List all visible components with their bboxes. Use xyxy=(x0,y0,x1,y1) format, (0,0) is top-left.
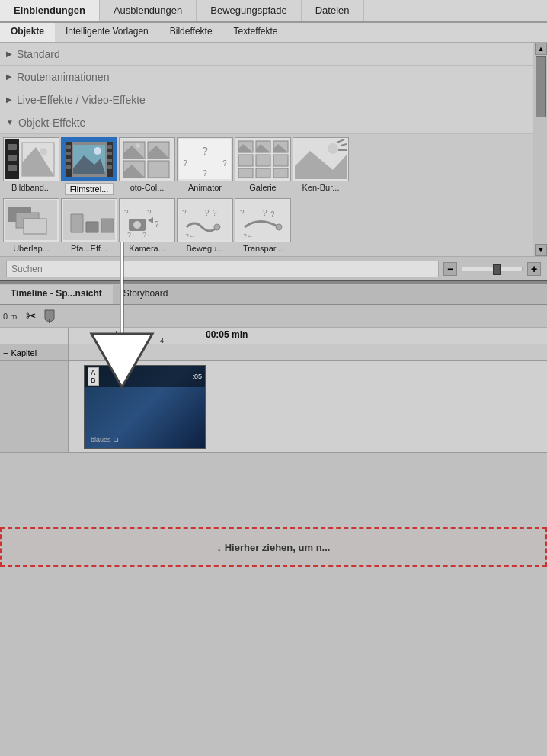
effect-transpar-label: Transpar... xyxy=(243,244,283,253)
tab-timeline-spansicht[interactable]: Timeline - Sp...nsicht xyxy=(0,285,113,304)
svg-rect-46 xyxy=(238,168,253,178)
drop-zone-label: ↓ Hierher ziehen, um n... xyxy=(217,542,331,553)
effect-overlap[interactable]: Überlap... xyxy=(3,198,59,253)
effect-pfad-label: Pfa...Eff... xyxy=(71,244,107,253)
zoom-plus-button[interactable]: + xyxy=(527,262,541,276)
category-objekt-effekte-label: Objekt-Effekte xyxy=(18,117,85,129)
tab-bildeffekte[interactable]: Bildeffekte xyxy=(159,23,223,42)
overlap-svg xyxy=(5,200,57,240)
svg-point-75 xyxy=(214,224,220,230)
svg-point-81 xyxy=(276,224,282,230)
effect-transpar-thumb: ? ? ? ?← xyxy=(235,198,291,242)
svg-rect-11 xyxy=(66,145,71,149)
tab-bewegungspfade[interactable]: Bewegungspfade xyxy=(197,0,301,21)
svg-text:?: ? xyxy=(213,209,217,217)
svg-text:?: ? xyxy=(202,145,208,157)
zoom-slider-thumb[interactable] xyxy=(493,264,501,275)
svg-text:?: ? xyxy=(222,159,227,168)
effect-photocol[interactable]: oto-Col... xyxy=(119,137,175,195)
svg-text:?: ? xyxy=(182,209,187,217)
svg-point-51 xyxy=(328,143,338,154)
effect-galerie[interactable]: Galerie xyxy=(235,137,291,195)
effect-pfad[interactable]: Pfa...Eff... xyxy=(61,198,117,253)
animator-svg: ? ? ? ? xyxy=(179,139,231,179)
time-counter: 0 mi xyxy=(3,312,19,321)
arrow-icon: ▶ xyxy=(6,72,12,81)
effects-panel: ▶ Standard ▶ Routenanimationen ▶ Live-Ef… xyxy=(0,43,547,256)
tab-einblendungen[interactable]: Einblendungen xyxy=(0,0,100,21)
svg-rect-85 xyxy=(49,319,50,323)
svg-text:?: ? xyxy=(124,209,129,217)
svg-text:?←: ?← xyxy=(127,231,138,239)
video-clip[interactable]: AB :05 blaues-Li xyxy=(84,365,206,449)
effect-kamera[interactable]: ? ? ? ?← ?← Kamera... xyxy=(119,198,175,253)
effect-galerie-label: Galerie xyxy=(249,183,276,192)
svg-text:?: ? xyxy=(147,209,152,217)
ruler-tick-4: 4 xyxy=(160,328,164,344)
scroll-down-button[interactable]: ▼ xyxy=(535,244,547,256)
tab-texteffekte[interactable]: Texteffekte xyxy=(223,23,289,42)
effect-bewegu-label: Bewegu... xyxy=(187,244,224,253)
svg-rect-18 xyxy=(107,165,112,169)
svg-rect-30 xyxy=(148,161,169,178)
tab-ausblendungen[interactable]: Ausblendungen xyxy=(100,0,197,21)
scissors-icon[interactable]: ✂ xyxy=(22,307,40,325)
effects-grid-row2: Überlap... Pfa...Eff... xyxy=(0,197,533,256)
filmstreifen-svg xyxy=(66,142,113,177)
scroll-thumb[interactable] xyxy=(536,56,546,117)
category-routenanim[interactable]: ▶ Routenanimationen xyxy=(0,66,533,88)
effect-bewegu[interactable]: ? ? ? ?← Bewegu... xyxy=(177,198,233,253)
svg-text:?←: ?← xyxy=(142,231,153,239)
tab-dateien[interactable]: Dateien xyxy=(302,0,364,21)
category-objekt-effekte[interactable]: ▼ Objekt-Effekte xyxy=(0,111,533,134)
zoom-slider[interactable] xyxy=(462,267,523,271)
svg-text:?: ? xyxy=(270,210,275,219)
effect-kenburn[interactable]: Ken-Bur... xyxy=(293,137,349,195)
svg-rect-14 xyxy=(66,165,71,169)
effect-animator-label: Animator xyxy=(188,183,222,192)
svg-rect-15 xyxy=(107,145,112,149)
zoom-minus-button[interactable]: − xyxy=(443,262,457,276)
effect-bildband[interactable]: Bildband... xyxy=(3,137,59,195)
tab-intelligente-vorlagen[interactable]: Intelligente Vorlagen xyxy=(55,23,159,42)
effect-galerie-thumb xyxy=(235,137,291,181)
minus-icon[interactable]: − xyxy=(3,348,8,357)
svg-point-21 xyxy=(94,147,101,155)
bewegu-svg: ? ? ? ?← xyxy=(179,200,231,240)
kamera-svg: ? ? ? ?← ?← xyxy=(121,200,173,240)
effect-pfad-thumb xyxy=(61,198,117,242)
svg-text:?: ? xyxy=(203,169,207,178)
transpar-svg: ? ? ? ?← xyxy=(237,200,289,240)
clip-header: AB :05 xyxy=(85,366,205,387)
svg-rect-2 xyxy=(8,144,17,150)
category-routenanim-label: Routenanimationen xyxy=(17,71,109,83)
svg-text:?: ? xyxy=(155,220,159,229)
search-input[interactable] xyxy=(6,261,439,277)
effect-bildband-thumb xyxy=(3,137,59,181)
second-tab-bar: Objekte Intelligente Vorlagen Bildeffekt… xyxy=(0,23,547,43)
svg-rect-45 xyxy=(274,155,288,166)
bildband-svg xyxy=(5,139,57,179)
ruler-left-spacer xyxy=(0,328,69,344)
tab-objekte[interactable]: Objekte xyxy=(0,23,55,42)
effect-animator[interactable]: ? ? ? ? Animator xyxy=(177,137,233,195)
marker-icon[interactable] xyxy=(40,307,59,325)
time-marker: 00:05 min xyxy=(206,329,248,340)
photocol-svg xyxy=(121,139,173,179)
category-standard-label: Standard xyxy=(17,48,60,60)
chapter-track-label: − Kapitel xyxy=(0,344,69,360)
effect-transpar[interactable]: ? ? ? ?← Transpar... xyxy=(235,198,291,253)
tab-storyboard[interactable]: Storyboard xyxy=(113,285,179,304)
scroll-up-button[interactable]: ▲ xyxy=(535,43,547,55)
svg-rect-4 xyxy=(8,165,17,171)
svg-point-67 xyxy=(133,221,141,229)
drop-zone[interactable]: ↓ Hierher ziehen, um n... xyxy=(0,527,547,567)
svg-rect-16 xyxy=(107,152,112,155)
category-live-effekte[interactable]: ▶ Live-Effekte / Video-Effekte xyxy=(0,88,533,111)
marker-svg xyxy=(42,309,57,324)
svg-marker-60 xyxy=(71,214,83,232)
effect-filmstreifen[interactable]: Filmstrei... xyxy=(61,137,117,195)
category-standard[interactable]: ▶ Standard xyxy=(0,43,533,66)
top-tab-bar: Einblendungen Ausblendungen Bewegungspfa… xyxy=(0,0,547,23)
svg-marker-62 xyxy=(101,219,114,232)
